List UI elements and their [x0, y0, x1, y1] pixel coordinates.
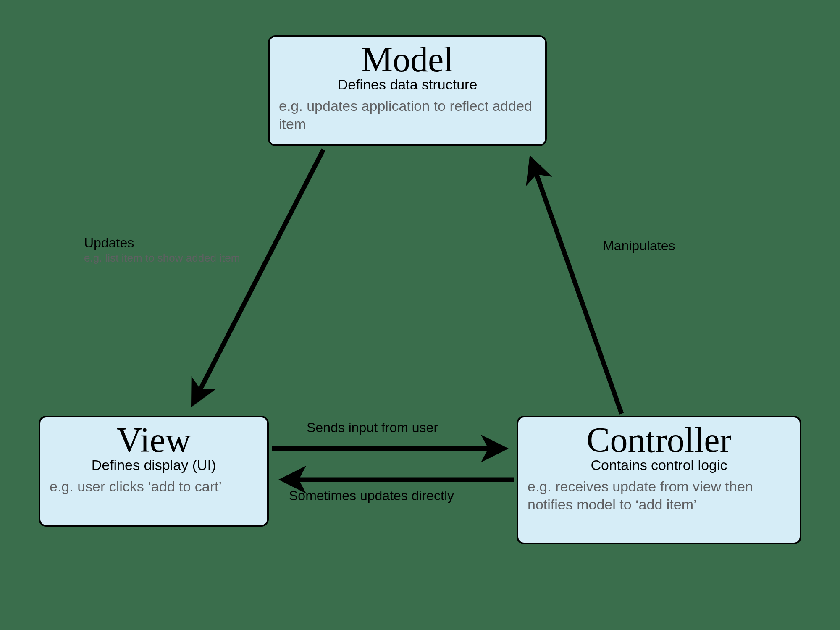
node-controller: Controller Contains control logic e.g. r…	[517, 416, 801, 544]
node-controller-example: e.g. receives update from view then noti…	[528, 478, 790, 513]
edge-label-sends-input-primary: Sends input from user	[307, 420, 438, 436]
node-model-example: e.g. updates application to reflect adde…	[279, 97, 536, 133]
edge-label-updates: Updates e.g. list item to show added ite…	[84, 235, 240, 265]
edge-label-manipulates: Manipulates	[603, 238, 675, 254]
node-model-title: Model	[279, 42, 536, 77]
node-controller-subtitle: Contains control logic	[528, 457, 790, 473]
node-view-subtitle: Defines display (UI)	[50, 457, 258, 473]
edge-label-updates-directly: Sometimes updates directly	[289, 488, 454, 504]
node-view-title: View	[50, 423, 258, 458]
edge-label-updates-secondary: e.g. list item to show added item	[84, 252, 240, 265]
edge-label-manipulates-primary: Manipulates	[603, 238, 675, 254]
edge-label-updates-directly-primary: Sometimes updates directly	[289, 488, 454, 504]
arrow-controller-to-model	[531, 160, 622, 414]
node-model: Model Defines data structure e.g. update…	[268, 35, 547, 146]
edge-label-updates-primary: Updates	[84, 235, 240, 251]
node-view: View Defines display (UI) e.g. user clic…	[39, 416, 269, 527]
node-view-example: e.g. user clicks ‘add to cart’	[50, 478, 258, 496]
arrow-model-to-view	[193, 150, 323, 403]
edge-label-sends-input: Sends input from user	[307, 420, 438, 436]
node-model-subtitle: Defines data structure	[279, 76, 536, 93]
node-controller-title: Controller	[528, 423, 790, 458]
